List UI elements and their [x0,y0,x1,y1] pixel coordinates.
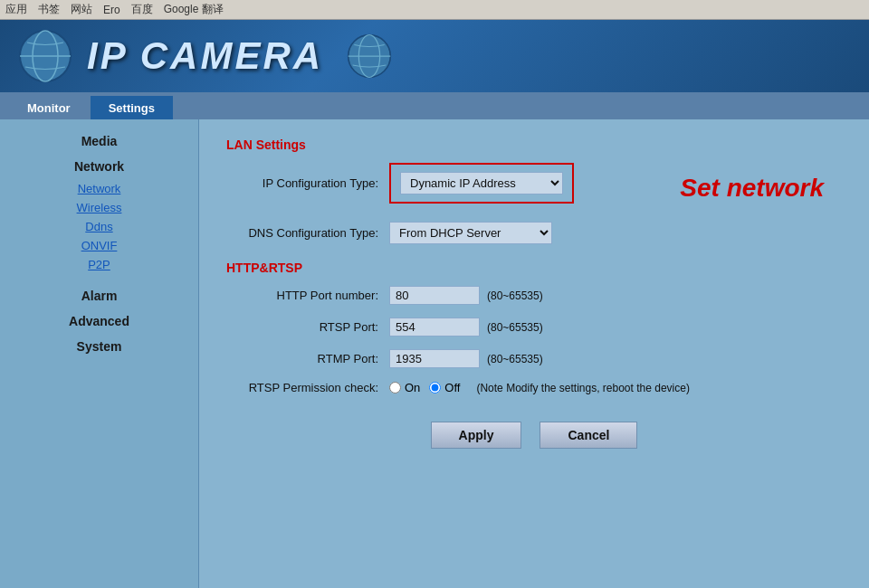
bookmark-bookmarks[interactable]: 书签 [38,2,60,17]
rtmp-port-label: RTMP Port: [226,352,389,365]
sidebar-section-advanced: Advanced [0,308,198,334]
http-section-title: HTTP&RTSP [226,261,842,275]
header: IP CAMERA [0,20,869,92]
cancel-button[interactable]: Cancel [540,422,637,449]
main-panel: Set network LAN Settings IP Configuratio… [199,119,869,588]
http-port-row: HTTP Port number: (80~65535) [226,286,842,305]
sidebar-section-system: System [0,334,198,359]
rtsp-note: (Note Modify the settings, reboot the de… [476,382,689,394]
app-title: IP CAMERA [87,34,323,78]
bookmark-website[interactable]: 网站 [71,2,92,17]
bookmark-google[interactable]: Google 翻译 [164,2,224,17]
rtsp-on-text: On [405,381,420,394]
rtsp-perm-label: RTSP Permission check: [226,381,389,394]
rtsp-off-text: Off [444,381,460,394]
dns-config-select[interactable]: From DHCP Server Manual [389,222,552,244]
rtsp-port-input[interactable] [389,318,480,337]
nav-tabs: Monitor Settings [0,92,869,119]
ip-config-highlight: Dynamic IP Address Static IP Address PPP… [389,163,574,204]
dns-config-row: DNS Configuration Type: From DHCP Server… [226,222,842,244]
bookmark-baidu[interactable]: 百度 [131,2,153,17]
rtmp-port-row: RTMP Port: (80~65535) [226,349,842,368]
rtsp-on-label[interactable]: On [389,381,420,394]
rtsp-off-radio[interactable] [429,382,441,394]
ip-config-label: IP Configuration Type: [226,176,389,190]
sidebar-link-ddns[interactable]: Ddns [0,217,198,236]
apply-button[interactable]: Apply [431,422,522,449]
globe-icon-right [347,33,392,79]
bookmark-apps[interactable]: 应用 [5,2,27,17]
button-row: Apply Cancel [226,422,842,449]
rtmp-port-input[interactable] [389,349,480,368]
sidebar-link-wireless[interactable]: Wireless [0,198,198,217]
http-port-input[interactable] [389,286,480,305]
browser-toolbar: 应用 书签 网站 Ero 百度 Google 翻译 [0,0,869,20]
rtsp-port-range: (80~65535) [487,321,543,334]
rtsp-port-row: RTSP Port: (80~65535) [226,318,842,337]
rtsp-port-label: RTSP Port: [226,320,389,334]
globe-icon-left [18,29,72,83]
rtsp-on-radio[interactable] [389,382,401,394]
content-area: Media Network Network Wireless Ddns ONVI… [0,119,869,588]
sidebar-link-p2p[interactable]: P2P [0,255,198,274]
http-port-label: HTTP Port number: [226,289,389,302]
tab-settings[interactable]: Settings [91,96,173,119]
sidebar: Media Network Network Wireless Ddns ONVI… [0,119,199,588]
sidebar-link-onvif[interactable]: ONVIF [0,236,198,255]
sidebar-link-network[interactable]: Network [0,179,198,198]
ip-config-select[interactable]: Dynamic IP Address Static IP Address PPP… [400,172,563,194]
bookmark-ero[interactable]: Ero [103,4,120,16]
rtsp-perm-row: RTSP Permission check: On Off (Note Modi… [226,381,842,394]
app-container: IP CAMERA Monitor Settings Media Network… [0,20,869,588]
sidebar-section-alarm: Alarm [0,283,198,308]
sidebar-section-network: Network [0,154,198,179]
rtmp-port-range: (80~65535) [487,353,543,365]
set-network-label: Set network [680,174,824,203]
rtsp-off-label[interactable]: Off [429,381,460,394]
lan-section-title: LAN Settings [226,138,842,152]
http-port-range: (80~65535) [487,289,543,302]
dns-config-label: DNS Configuration Type: [226,226,389,240]
tab-monitor[interactable]: Monitor [9,96,89,119]
sidebar-section-media: Media [0,128,198,154]
